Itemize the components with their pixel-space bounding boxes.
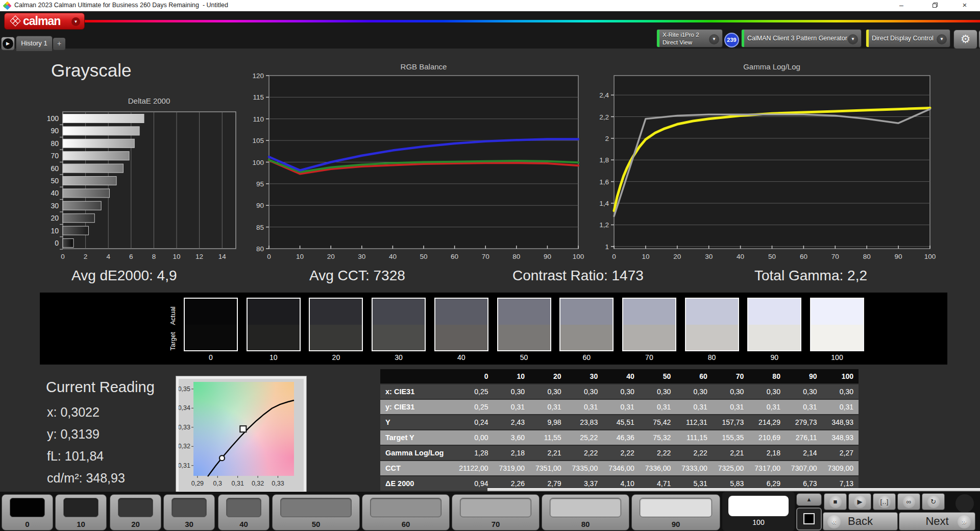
target-swatch: [185, 325, 237, 351]
chevron-down-icon[interactable]: ▼: [937, 34, 947, 44]
svg-text:1,6: 1,6: [599, 178, 609, 186]
patch-button-0[interactable]: 0: [2, 494, 53, 530]
patch-button-60[interactable]: 60: [362, 494, 450, 530]
table-cell: 279,73: [786, 415, 822, 429]
collapse-strip-button[interactable]: ▲: [796, 493, 822, 506]
add-tab-button[interactable]: +: [53, 38, 65, 50]
table-cell: 2,22: [640, 446, 676, 460]
play-button[interactable]: ▶: [848, 493, 871, 510]
next-button[interactable]: Next »: [899, 512, 975, 530]
svg-text:0,31: 0,31: [179, 462, 190, 469]
pattern-generator-label: CalMAN Client 3 Pattern Generator: [747, 35, 847, 42]
patch-button-30[interactable]: 30: [163, 494, 215, 530]
patch-swatch: [172, 498, 207, 517]
deltae-bar-20: [63, 214, 94, 223]
back-button[interactable]: « Back: [823, 512, 898, 530]
table-cell: 276,11: [786, 430, 822, 445]
chevron-down-icon[interactable]: ▼: [848, 34, 858, 44]
refresh-button[interactable]: ↻: [922, 493, 945, 510]
minimize-button[interactable]: –: [890, 0, 913, 11]
patch-button-100[interactable]: 100: [722, 492, 795, 531]
svg-text:30: 30: [51, 202, 59, 210]
patch-button-20[interactable]: 20: [110, 494, 161, 530]
gamma-chart: Gamma Log/Log2,42,221,81,61,41,210102030…: [592, 61, 944, 263]
table-cell: 7325,00: [713, 461, 749, 475]
actual-swatch: [623, 299, 675, 325]
table-cell: 2,22: [676, 446, 713, 460]
patch-button-10[interactable]: 10: [55, 494, 107, 530]
table-cell: 2,22: [567, 446, 603, 460]
svg-text:100: 100: [924, 253, 936, 260]
calman-app-icon: [4, 2, 11, 9]
restore-button[interactable]: [924, 0, 946, 11]
patch-button-70[interactable]: 70: [452, 494, 540, 530]
loop-button[interactable]: ∞: [897, 493, 920, 510]
tab-history-1[interactable]: History 1: [16, 36, 53, 51]
table-row: Target Y0,003,6011,5525,2246,3675,32111,…: [380, 430, 859, 445]
swatch-level-label: 60: [559, 353, 614, 361]
svg-text:70: 70: [482, 253, 489, 260]
stop-button[interactable]: ■: [824, 493, 847, 510]
bottom-separator: [487, 488, 980, 491]
svg-text:40: 40: [51, 189, 59, 197]
current-reading-line: y: 0,3139: [47, 427, 100, 442]
table-cell: 0,31: [676, 400, 713, 414]
table-cell: 45,51: [603, 415, 640, 429]
svg-text:90: 90: [895, 253, 902, 260]
history-expand-button[interactable]: ▶: [1, 37, 15, 51]
table-cell: 157,73: [713, 415, 749, 429]
target-swatch: [623, 325, 675, 351]
table-cell: 0,25: [457, 384, 494, 399]
calman-menu-button[interactable]: calman ▼: [4, 13, 85, 30]
pattern-range-icon: [‥]: [878, 496, 891, 508]
patch-button-90[interactable]: 90: [631, 494, 720, 530]
patch-button-80[interactable]: 80: [542, 494, 629, 530]
patch-level-label: 40: [218, 520, 269, 528]
svg-text:2: 2: [605, 135, 609, 142]
pattern-range-button[interactable]: [‥]: [873, 493, 896, 510]
svg-text:0,33: 0,33: [272, 480, 284, 487]
cie-overlay: 0,290,30,310,320,330,350,340,330,320,31: [179, 379, 304, 491]
daylight-locus-curve: [208, 400, 294, 476]
pattern-patch-bar: ▲ « Back Next » 0102030405060708090100■▶…: [0, 492, 980, 531]
svg-text:0,33: 0,33: [179, 424, 190, 431]
svg-text:RGB Balance: RGB Balance: [401, 62, 447, 71]
patch-button-50[interactable]: 50: [272, 494, 360, 530]
swatch-tile-60: [559, 298, 614, 351]
table-column-header: 0: [457, 369, 494, 383]
actual-swatch: [185, 299, 237, 325]
swatch-level-label: 20: [309, 353, 363, 361]
svg-text:1,2: 1,2: [599, 221, 609, 229]
settings-button[interactable]: ⚙: [953, 30, 977, 49]
swatch-level-label: 50: [497, 353, 551, 361]
table-row: Gamma Log/Log1,282,182,212,222,222,222,2…: [380, 446, 859, 460]
current-reading-line: cd/m²: 348,93: [47, 471, 125, 486]
table-row-label: Gamma Log/Log: [380, 446, 457, 460]
table-cell: 348,93: [822, 415, 859, 429]
svg-text:1: 1: [605, 243, 609, 251]
display-control-dropdown[interactable]: Direct Display Control ▼: [866, 29, 950, 47]
chevron-down-icon[interactable]: ▼: [709, 34, 719, 44]
svg-text:4: 4: [106, 253, 110, 260]
target-swatch: [498, 325, 550, 351]
pattern-window-button[interactable]: [796, 508, 822, 530]
table-row: x: CIE310,250,300,300,300,300,300,300,30…: [380, 384, 859, 399]
table-cell: 0,30: [603, 384, 640, 399]
meter-dropdown[interactable]: X-Rite i1Pro 2Direct View ▼: [656, 29, 723, 47]
table-row: Y0,242,439,9823,8345,5175,42112,31157,73…: [380, 415, 859, 429]
close-button[interactable]: ×: [953, 0, 976, 11]
svg-text:90: 90: [256, 202, 264, 209]
svg-text:110: 110: [253, 115, 264, 123]
svg-text:0,31: 0,31: [232, 480, 244, 487]
table-cell: 11,55: [530, 430, 567, 445]
svg-text:115: 115: [253, 93, 264, 101]
chevron-down-icon[interactable]: ▼: [71, 17, 80, 26]
svg-text:80: 80: [51, 139, 59, 148]
deltae-bar-90: [63, 127, 139, 135]
pattern-generator-dropdown[interactable]: CalMAN Client 3 Pattern Generator ▼: [741, 29, 862, 47]
patch-button-40[interactable]: 40: [218, 494, 270, 530]
target-swatch: [310, 325, 362, 351]
table-cell: 7319,00: [494, 461, 530, 475]
svg-text:90: 90: [544, 253, 551, 260]
svg-text:0,29: 0,29: [191, 480, 204, 487]
